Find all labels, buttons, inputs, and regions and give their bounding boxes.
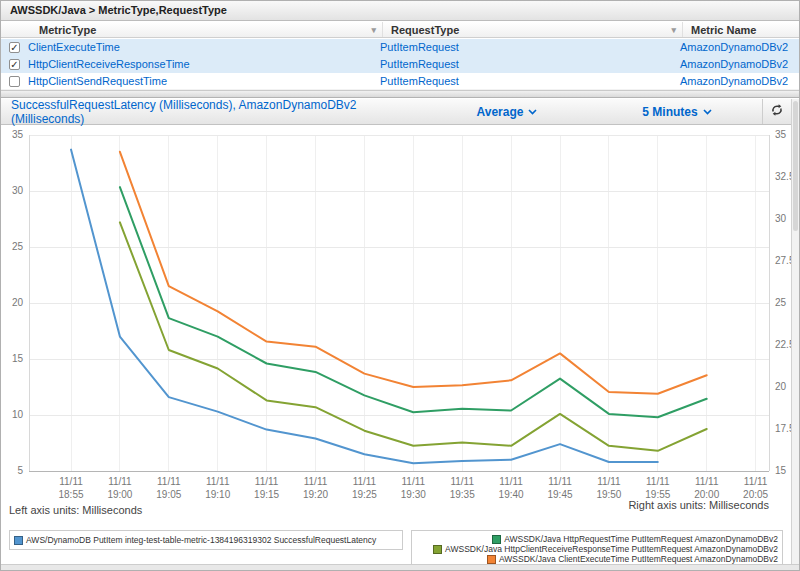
vertical-scrollbar[interactable] [791,99,799,564]
table-row[interactable]: ✓HttpClientReceiveResponseTimePutItemReq… [1,56,799,73]
right-axis-tick-label: 30 [775,213,787,224]
latency-line-chart: 51015202530351517.52022.52527.53032.5351… [1,126,793,504]
scrollbar-thumb[interactable] [793,101,798,231]
x-axis-date-label: 11/11 [646,476,670,487]
statistic-dropdown[interactable]: Average [422,104,592,119]
x-axis-date-label: 11/11 [499,476,523,487]
x-axis-time-label: 19:05 [156,489,181,500]
x-axis-date-label: 11/11 [548,476,572,487]
x-axis-date-label: 11/11 [59,476,83,487]
legend-entry: AWSSDK/Java ClientExecuteTime PutItemReq… [487,554,778,564]
x-axis-date-label: 11/11 [255,476,279,487]
x-axis-time-label: 19:35 [450,489,475,500]
left-axis-tick-label: 30 [12,185,24,196]
left-axis-tick-label: 25 [12,241,24,252]
metric-name-link[interactable]: AmazonDynamoDBv2 [672,56,799,73]
chart-panel-header: SuccessfulRequestLatency (Milliseconds),… [1,99,791,125]
legend-label: AWS/DynamoDB PutItem integ-test-table-me… [26,535,376,545]
period-dropdown[interactable]: 5 Minutes [592,104,762,119]
sort-caret-icon[interactable]: ▾ [671,22,676,38]
right-axis-tick-label: 35 [775,129,787,140]
sort-caret-icon[interactable]: ▾ [371,22,376,38]
legend-label: AWSSDK/Java HttpClientReceiveResponseTim… [445,544,778,554]
x-axis-time-label: 19:20 [303,489,328,500]
period-dropdown-label: 5 Minutes [642,105,697,119]
metric-type-link[interactable]: ClientExecuteTime [20,39,372,56]
right-axis-tick-label: 15 [775,465,787,476]
metrics-table-header: MetricType ▾ RequestType ▾ Metric Name [1,22,799,38]
right-axis-tick-label: 25 [775,297,787,308]
left-axis-tick-label: 20 [12,297,24,308]
request-type-link[interactable]: PutItemRequest [372,39,672,56]
request-type-link[interactable]: PutItemRequest [372,56,672,73]
legend-entry: AWSSDK/Java HttpRequestTime PutItemReque… [492,534,778,544]
right-axis-tick-label: 20 [775,381,787,392]
chart-area: 51015202530351517.52022.52527.53032.5351… [1,126,791,564]
metric-name-link[interactable]: AmazonDynamoDBv2 [672,73,799,89]
x-axis-time-label: 19:10 [205,489,230,500]
right-axis-units-label: Right axis units: Milliseconds [628,499,769,511]
chevron-down-icon [703,104,712,118]
left-axis-units-label: Left axis units: Milliseconds [9,504,142,516]
legend-entry: AWSSDK/Java HttpClientReceiveResponseTim… [433,544,778,554]
x-axis-time-label: 19:30 [401,489,426,500]
metrics-table-body: ✓ClientExecuteTimePutItemRequestAmazonDy… [1,39,799,90]
legend-swatch-icon [433,545,442,554]
metric-type-link[interactable]: HttpClientSendRequestTime [20,73,372,89]
x-axis-time-label: 18:55 [58,489,83,500]
x-axis-date-label: 11/11 [597,476,621,487]
column-header-label: MetricType [39,24,96,36]
row-checkbox[interactable] [9,76,20,87]
refresh-icon [770,103,784,121]
table-row[interactable]: ✓ClientExecuteTimePutItemRequestAmazonDy… [1,39,799,56]
bottom-strip [1,564,799,570]
x-axis-date-label: 11/11 [450,476,474,487]
left-axis-tick-label: 10 [12,409,24,420]
checkbox-column-header [1,22,31,37]
x-axis-time-label: 19:15 [254,489,279,500]
x-axis-time-label: 19:00 [107,489,132,500]
row-checkbox[interactable]: ✓ [9,42,20,53]
x-axis-date-label: 11/11 [353,476,377,487]
legend-swatch-icon [487,555,496,564]
legend-label: AWSSDK/Java ClientExecuteTime PutItemReq… [499,554,778,564]
x-axis-date-label: 11/11 [206,476,230,487]
column-header-label: RequestType [391,24,459,36]
x-axis-date-label: 11/11 [695,476,719,487]
legend-swatch-icon [492,535,501,544]
x-axis-date-label: 11/11 [157,476,181,487]
legend-swatch-icon [14,536,23,545]
column-header-requesttype[interactable]: RequestType ▾ [383,22,683,37]
chart-title: SuccessfulRequestLatency (Milliseconds),… [1,98,422,126]
legend-label: AWSSDK/Java HttpRequestTime PutItemReque… [504,534,778,544]
x-axis-time-label: 19:40 [499,489,524,500]
left-axis-tick-label: 35 [12,129,24,140]
column-header-label: Metric Name [691,24,756,36]
chevron-down-icon [528,104,537,118]
x-axis-date-label: 11/11 [744,476,768,487]
cloudwatch-metrics-window: AWSSDK/Java > MetricType,RequestType Met… [0,0,800,571]
x-axis-time-label: 19:45 [547,489,572,500]
request-type-link[interactable]: PutItemRequest [372,73,672,89]
legend-box-left: AWS/DynamoDB PutItem integ-test-table-me… [9,530,403,550]
x-axis-time-label: 19:50 [596,489,621,500]
column-header-metrictype[interactable]: MetricType ▾ [31,22,383,37]
table-row[interactable]: HttpClientSendRequestTimePutItemRequestA… [1,73,799,90]
metrics-table-title: AWSSDK/Java > MetricType,RequestType [1,1,799,21]
row-checkbox[interactable]: ✓ [9,59,20,70]
left-axis-tick-label: 5 [17,465,23,476]
column-header-metricname[interactable]: Metric Name [683,22,799,37]
x-axis-time-label: 19:25 [352,489,377,500]
refresh-button[interactable] [762,99,791,124]
metric-name-link[interactable]: AmazonDynamoDBv2 [672,39,799,56]
left-axis-tick-label: 15 [12,353,24,364]
statistic-dropdown-label: Average [477,105,524,119]
x-axis-date-label: 11/11 [402,476,426,487]
legend-box-right: AWSSDK/Java HttpRequestTime PutItemReque… [411,530,783,567]
x-axis-date-label: 11/11 [304,476,328,487]
legend-entry: AWS/DynamoDB PutItem integ-test-table-me… [14,535,376,545]
metric-type-link[interactable]: HttpClientReceiveResponseTime [20,56,372,73]
x-axis-date-label: 11/11 [108,476,132,487]
